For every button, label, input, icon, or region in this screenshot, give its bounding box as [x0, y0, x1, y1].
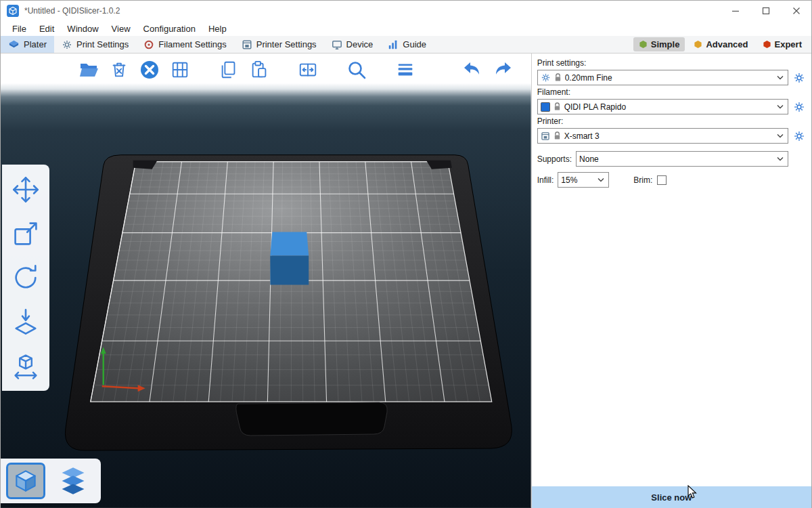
preset-gear-icon — [541, 72, 551, 83]
infill-combo[interactable]: 15% — [558, 172, 609, 188]
scale-icon[interactable] — [9, 217, 43, 251]
search-icon[interactable] — [344, 57, 369, 83]
menu-view[interactable]: View — [106, 22, 137, 35]
3d-scene — [1, 54, 531, 508]
3d-editor-view-icon[interactable] — [6, 463, 45, 499]
paste-icon[interactable] — [247, 57, 271, 83]
maximize-button[interactable] — [750, 1, 781, 21]
printer-value: X-smart 3 — [564, 131, 772, 141]
filament-spool-icon — [143, 39, 154, 50]
edit-print-settings-button[interactable] — [792, 71, 806, 85]
simple-mode-icon — [639, 40, 648, 49]
chevron-down-icon — [775, 75, 785, 80]
qidislicer-window: *Untitled - QIDISlicer-1.0.2 File Edit W… — [0, 0, 812, 508]
edit-printer-button[interactable] — [792, 129, 806, 143]
chevron-down-icon — [775, 156, 785, 161]
delete-icon[interactable] — [107, 57, 131, 83]
chevron-down-icon — [775, 133, 785, 138]
undo-icon[interactable] — [460, 57, 484, 83]
redo-icon[interactable] — [491, 57, 515, 83]
mode-simple[interactable]: Simple — [633, 37, 685, 51]
mouse-cursor — [687, 485, 698, 499]
open-icon[interactable] — [76, 57, 101, 83]
slice-now-button[interactable]: Slice now — [532, 486, 811, 508]
object-toolbar — [76, 57, 515, 83]
print-settings-gear-icon — [62, 39, 72, 50]
app-icon — [7, 5, 19, 17]
settings-sidebar: Print settings: 0.20mm Fine Filament: QI… — [531, 54, 811, 508]
filament-value: QIDI PLA Rapido — [564, 102, 772, 112]
arrange-icon[interactable] — [168, 57, 192, 83]
plate-handle-cutout — [236, 402, 387, 436]
tab-guide[interactable]: Guide — [380, 36, 434, 53]
menu-configuration[interactable]: Configuration — [137, 22, 202, 35]
split-icon[interactable] — [296, 57, 320, 83]
place-on-face-icon[interactable] — [9, 305, 43, 339]
edit-filament-button[interactable] — [792, 100, 806, 114]
printer-icon — [541, 131, 550, 141]
supports-label: Supports: — [537, 154, 572, 164]
print-settings-combo[interactable]: 0.20mm Fine — [537, 70, 788, 85]
print-settings-label: Print settings: — [537, 58, 806, 68]
tab-printer-settings[interactable]: Printer Settings — [234, 36, 324, 53]
lock-icon — [554, 102, 561, 111]
3d-viewport[interactable] — [1, 54, 531, 508]
mode-advanced[interactable]: Advanced — [688, 37, 753, 51]
print-settings-value: 0.20mm Fine — [565, 73, 772, 83]
move-icon[interactable] — [9, 173, 43, 207]
infill-label: Infill: — [537, 175, 554, 185]
guide-bars-icon — [388, 39, 399, 50]
printer-combo[interactable]: X-smart 3 — [537, 128, 788, 144]
menu-window[interactable]: Window — [61, 22, 105, 35]
titlebar: *Untitled - QIDISlicer-1.0.2 — [1, 1, 811, 21]
tab-filament-settings[interactable]: Filament Settings — [136, 36, 233, 53]
preview-layers-icon[interactable] — [53, 463, 93, 499]
brim-label: Brim: — [633, 175, 652, 185]
lock-icon — [554, 131, 561, 140]
menu-file[interactable]: File — [6, 22, 33, 35]
minimize-button[interactable] — [720, 1, 750, 21]
printer-label: Printer: — [537, 117, 806, 126]
view-switcher — [1, 459, 101, 503]
plater-icon — [8, 39, 20, 50]
tabbar: Plater Print Settings Filament Settings … — [1, 36, 811, 54]
model-cube[interactable] — [270, 232, 309, 285]
filament-combo[interactable]: QIDI PLA Rapido — [537, 99, 788, 114]
window-title: *Untitled - QIDISlicer-1.0.2 — [24, 6, 120, 16]
chevron-down-icon — [775, 104, 785, 109]
supports-value: None — [579, 154, 772, 164]
close-button[interactable] — [781, 1, 811, 21]
copy-icon[interactable] — [217, 57, 241, 83]
filament-color-swatch — [541, 102, 550, 112]
chevron-down-icon — [596, 177, 606, 182]
lock-icon — [554, 73, 562, 82]
variable-layer-height-icon[interactable] — [393, 57, 418, 83]
expert-mode-icon — [763, 40, 771, 49]
tab-device[interactable]: Device — [324, 36, 381, 53]
filament-label: Filament: — [537, 87, 806, 97]
menu-help[interactable]: Help — [202, 22, 233, 35]
mode-switcher: Simple Advanced Expert — [633, 36, 811, 53]
menu-edit[interactable]: Edit — [33, 22, 61, 35]
device-monitor-icon — [332, 39, 342, 50]
tab-print-settings[interactable]: Print Settings — [54, 36, 136, 53]
mode-expert[interactable]: Expert — [757, 37, 807, 51]
supports-combo[interactable]: None — [576, 151, 788, 167]
manipulation-toolbar — [2, 165, 49, 391]
advanced-mode-icon — [694, 40, 702, 49]
menubar: File Edit Window View Configuration Help — [1, 21, 811, 36]
tab-plater[interactable]: Plater — [1, 36, 54, 53]
brim-checkbox[interactable] — [657, 175, 667, 185]
printer-icon — [242, 39, 252, 50]
rotate-icon[interactable] — [9, 261, 43, 295]
infill-value: 15% — [561, 175, 593, 185]
delete-all-icon[interactable] — [137, 57, 162, 83]
scale-to-fit-icon[interactable] — [9, 349, 43, 383]
